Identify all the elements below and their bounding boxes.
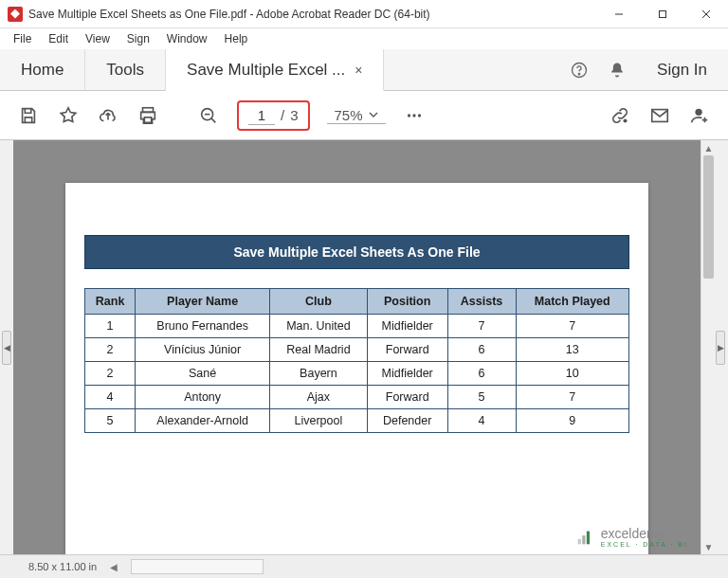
share-link-icon[interactable] [603, 99, 637, 133]
table-cell: Midfielder [367, 315, 447, 338]
table-row: 2SanéBayernMidfielder610 [85, 362, 629, 386]
table-cell: 5 [85, 409, 136, 433]
table-cell: Midfielder [367, 362, 447, 386]
profile-add-icon[interactable] [682, 99, 717, 133]
table-header-row: Rank Player Name Club Position Assists M… [85, 289, 629, 315]
zoom-dropdown[interactable]: 75% [327, 107, 386, 124]
scroll-up-arrow[interactable]: ▲ [701, 140, 716, 155]
tab-document-label: Save Multiple Excel ... [187, 61, 345, 80]
menubar: File Edit View Sign Window Help [0, 28, 728, 49]
page-current-input[interactable] [248, 106, 275, 125]
menu-sign[interactable]: Sign [119, 30, 157, 47]
svg-point-12 [412, 114, 415, 117]
menu-edit[interactable]: Edit [41, 30, 76, 47]
page-dimensions: 8.50 x 11.00 in [28, 561, 97, 572]
zoom-value: 75% [335, 107, 363, 123]
chevron-down-icon [369, 110, 378, 119]
vertical-scrollbar[interactable]: ▲ ▼ [701, 140, 716, 554]
svg-point-11 [407, 114, 410, 117]
scroll-thumb[interactable] [703, 155, 714, 279]
table-cell: Bayern [270, 362, 368, 386]
table-cell: Antony [136, 386, 270, 409]
table-cell: 2 [85, 362, 136, 386]
table-cell: Forward [367, 338, 447, 362]
pdf-page: Save Multiple Excel Sheets As One File R… [65, 183, 648, 554]
table-cell: 6 [447, 338, 516, 362]
watermark-sub: EXCEL · DATA · BI [601, 541, 688, 548]
table-cell: 4 [447, 409, 516, 433]
header-rank: Rank [85, 289, 136, 315]
svg-rect-7 [144, 117, 151, 121]
tab-document[interactable]: Save Multiple Excel ... × [166, 49, 384, 91]
table-cell: Vinícius Júnior [136, 338, 270, 362]
maximize-button[interactable] [641, 0, 684, 28]
more-icon[interactable] [397, 99, 431, 133]
table-cell: Forward [367, 386, 447, 409]
svg-rect-18 [582, 535, 585, 544]
table-cell: Ajax [270, 386, 368, 409]
page-total: 3 [290, 107, 298, 123]
toolbar: / 3 75% [0, 91, 728, 140]
tab-home[interactable]: Home [0, 49, 85, 90]
star-icon[interactable] [51, 99, 85, 133]
window-title: Save Multiple Excel Sheets as One File.p… [28, 8, 597, 21]
svg-point-5 [578, 73, 579, 74]
table-cell: 7 [516, 386, 629, 409]
bell-icon[interactable] [598, 49, 636, 90]
table-cell: Defender [367, 409, 447, 433]
horizontal-scrollbar[interactable] [131, 559, 264, 574]
menu-file[interactable]: File [6, 30, 39, 47]
document-banner: Save Multiple Excel Sheets As One File [84, 235, 629, 269]
table-row: 2Vinícius JúniorReal MadridForward613 [85, 338, 629, 362]
svg-point-16 [695, 108, 701, 115]
svg-point-13 [417, 114, 420, 117]
table-cell: 7 [516, 315, 629, 338]
table-cell: Man. United [270, 315, 368, 338]
table-cell: Bruno Fernandes [136, 315, 270, 338]
left-panel-handle[interactable]: ◀ [2, 331, 11, 365]
menu-help[interactable]: Help [217, 30, 256, 47]
svg-point-14 [623, 118, 627, 122]
svg-rect-17 [577, 538, 580, 544]
header-match: Match Played [516, 289, 629, 315]
close-button[interactable] [684, 0, 728, 28]
table-cell: 13 [516, 338, 629, 362]
table-cell: 6 [447, 362, 516, 386]
header-assists: Assists [447, 289, 516, 315]
exceldemy-logo-icon [574, 527, 595, 548]
minimize-button[interactable] [597, 0, 641, 28]
email-icon[interactable] [643, 99, 677, 133]
table-cell: 1 [85, 315, 136, 338]
zoom-out-icon[interactable] [191, 99, 226, 133]
menu-window[interactable]: Window [159, 30, 215, 47]
svg-line-9 [211, 118, 215, 122]
table-cell: Alexander-Arnold [136, 409, 270, 433]
scroll-down-arrow[interactable]: ▼ [701, 539, 716, 554]
sign-in-button[interactable]: Sign In [636, 49, 728, 90]
save-icon[interactable] [11, 99, 46, 133]
tabbar: Home Tools Save Multiple Excel ... × Sig… [0, 49, 728, 91]
header-club: Club [270, 289, 368, 315]
table-cell: 5 [447, 386, 516, 409]
help-icon[interactable] [560, 49, 598, 90]
right-panel-handle[interactable]: ▶ [716, 331, 725, 365]
table-row: 1Bruno FernandesMan. UnitedMidfielder77 [85, 315, 629, 338]
document-viewport[interactable]: ◀ ▶ ▲ ▼ Save Multiple Excel Sheets As On… [13, 140, 701, 554]
table-cell: Liverpool [270, 409, 368, 433]
table-cell: Sané [136, 362, 270, 386]
hscroll-left-arrow[interactable]: ◀ [106, 562, 121, 572]
titlebar: Save Multiple Excel Sheets as One File.p… [0, 0, 728, 28]
table-cell: 10 [516, 362, 629, 386]
svg-rect-19 [587, 531, 590, 544]
menu-view[interactable]: View [78, 30, 118, 47]
table-row: 5Alexander-ArnoldLiverpoolDefender49 [85, 409, 629, 433]
close-tab-icon[interactable]: × [355, 63, 362, 78]
table-cell: 9 [516, 409, 629, 433]
print-icon[interactable] [131, 99, 165, 133]
cloud-upload-icon[interactable] [91, 99, 125, 133]
table-cell: Real Madrid [270, 338, 368, 362]
table-cell: 7 [447, 315, 516, 338]
header-player: Player Name [136, 289, 270, 315]
tab-tools[interactable]: Tools [85, 49, 166, 90]
statusbar: 8.50 x 11.00 in ◀ [0, 554, 728, 578]
